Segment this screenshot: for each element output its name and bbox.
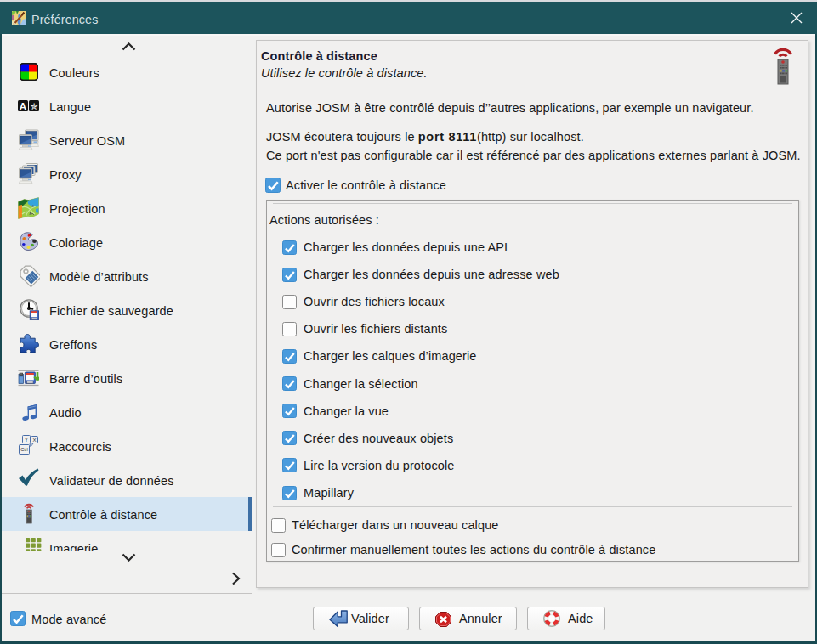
svg-text:Y: Y: [25, 437, 29, 443]
svg-text:Ctrl: Ctrl: [20, 447, 28, 452]
svg-text:X: X: [32, 438, 36, 443]
svg-text:A: A: [20, 101, 26, 111]
svg-text:✯: ✯: [31, 101, 38, 111]
